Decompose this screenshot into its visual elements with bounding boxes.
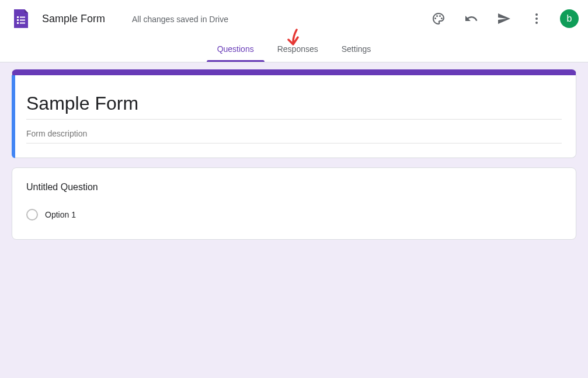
form-title-field[interactable] — [26, 88, 562, 120]
send-button[interactable] — [490, 5, 518, 33]
form-title-card[interactable] — [12, 69, 576, 158]
forms-app-icon[interactable] — [9, 7, 33, 30]
tab-questions[interactable]: Questions — [213, 37, 259, 62]
more-vert-icon — [530, 12, 544, 26]
account-avatar[interactable]: b — [560, 9, 579, 28]
header: All changes saved in Drive — [0, 0, 588, 62]
more-options-button[interactable] — [523, 5, 551, 33]
form-description-field[interactable] — [26, 124, 562, 144]
svg-point-11 — [535, 18, 538, 20]
svg-point-7 — [436, 15, 438, 17]
tab-settings[interactable]: Settings — [337, 37, 376, 62]
svg-point-12 — [535, 22, 538, 24]
undo-button[interactable] — [457, 5, 485, 33]
undo-icon — [464, 12, 478, 26]
svg-rect-3 — [20, 20, 25, 21]
radio-icon — [26, 209, 38, 220]
send-icon — [497, 12, 511, 26]
svg-point-8 — [439, 15, 441, 17]
question-card[interactable]: Untitled Question Option 1 — [12, 167, 576, 240]
svg-rect-1 — [20, 17, 25, 18]
svg-point-10 — [535, 13, 538, 16]
header-top: All changes saved in Drive — [0, 0, 588, 37]
header-actions: b — [425, 5, 579, 33]
question-title[interactable]: Untitled Question — [26, 182, 562, 192]
tab-responses[interactable]: Responses — [273, 37, 323, 62]
tabs: Questions Responses Settings — [0, 37, 588, 62]
form-title-area: All changes saved in Drive — [42, 13, 425, 25]
palette-icon — [432, 12, 446, 26]
svg-rect-4 — [17, 22, 19, 24]
header-form-title-input[interactable] — [42, 13, 118, 25]
svg-rect-5 — [20, 23, 25, 24]
option-label[interactable]: Option 1 — [45, 210, 76, 219]
svg-point-9 — [441, 18, 443, 19]
svg-point-6 — [434, 18, 436, 19]
customize-theme-button[interactable] — [425, 5, 453, 33]
svg-rect-0 — [17, 16, 19, 18]
content-area: Untitled Question Option 1 — [0, 62, 588, 256]
option-row: Option 1 — [26, 204, 562, 225]
svg-rect-2 — [17, 19, 19, 21]
save-status: All changes saved in Drive — [132, 15, 228, 24]
